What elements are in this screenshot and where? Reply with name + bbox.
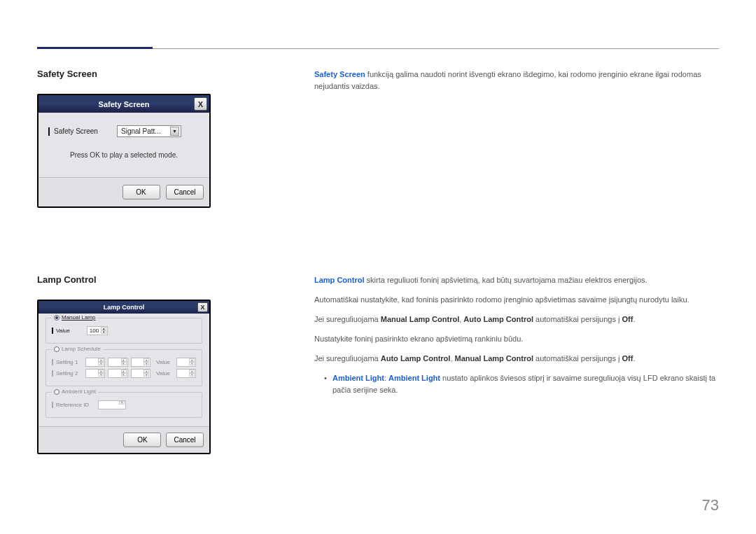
ok-button[interactable]: OK (122, 185, 160, 199)
setting2-ampm[interactable]: ▴▾ (131, 369, 150, 378)
header-accent-rule (37, 47, 153, 49)
safety-dialog-body: Safety Screen Signal Patt... ▼ Press OK … (38, 113, 209, 177)
ambient-light-label: Ambient Light (62, 388, 96, 395)
setting1-hour[interactable]: ▴▾ (85, 358, 105, 367)
row-marker-icon (52, 328, 53, 334)
setting1-min[interactable]: ▴▾ (108, 358, 127, 367)
chevron-down-icon: ▼ (170, 127, 179, 136)
setting1-value-label: Value (156, 359, 174, 365)
radio-icon (54, 346, 59, 352)
lamp-desc-list: Ambient Light: Ambient Light nustato apl… (324, 372, 719, 396)
safety-description: Safety Screen funkciją galima naudoti no… (314, 69, 719, 208)
close-button[interactable]: X (194, 97, 207, 111)
setting2-row: Setting 2 ▴▾ ▴▾ ▴▾ Value ▴▾ (52, 369, 196, 378)
setting2-label: Setting 2 (56, 370, 83, 377)
lamp-desc-p4: Nustatykite foninį pasirinkto ekrano apš… (314, 333, 719, 345)
page-content: Safety Screen Safety Screen X Safety Scr… (37, 69, 719, 521)
lamp-dialog-buttons: OK Cancel (38, 426, 209, 453)
manual-lamp-group: Manual Lamp Value 100 ▴▾ (46, 318, 202, 344)
value-row: Value 100 ▴▾ (52, 326, 196, 335)
value-spinner[interactable]: 100 ▴▾ (87, 326, 108, 335)
value-num: 100 (88, 328, 101, 334)
lamp-description: Lamp Control skirta reguliuoti foninį ap… (314, 274, 719, 454)
lamp-desc-p1: Lamp Control skirta reguliuoti foninį ap… (314, 274, 719, 286)
reference-id-label: Reference ID (56, 402, 95, 408)
safety-title: Safety Screen (37, 69, 211, 79)
ambient-light-item: Ambient Light: Ambient Light nustato apl… (324, 372, 719, 396)
lamp-left-col: Lamp Control Lamp Control X Manual Lamp (37, 274, 211, 454)
select-value: Signal Patt... (121, 127, 161, 135)
lamp-dialog-body: Manual Lamp Value 100 ▴▾ (38, 314, 209, 426)
row-marker-icon (48, 127, 50, 136)
ambient-light-group: Ambient Light Reference ID ▾ (46, 392, 202, 418)
setting2-min[interactable]: ▴▾ (108, 369, 127, 378)
safety-hint: Press OK to play a selected mode. (48, 151, 200, 159)
safety-desc-hl: Safety Screen (314, 70, 365, 78)
reference-id-select[interactable]: ▾ (98, 400, 126, 409)
setting2-value-label: Value (156, 370, 174, 377)
safety-screen-section: Safety Screen Safety Screen X Safety Scr… (37, 69, 719, 208)
safety-row-label: Safety Screen (54, 127, 117, 135)
row-marker-icon (52, 359, 53, 365)
cancel-button[interactable]: Cancel (166, 185, 204, 199)
lamp-desc-p3: Jei sureguliuojama Manual Lamp Control, … (314, 314, 719, 325)
setting2-hour[interactable]: ▴▾ (85, 369, 105, 378)
lamp-control-dialog: Lamp Control X Manual Lamp Value (37, 300, 211, 454)
lamp-dialog-title: Lamp Control (104, 304, 145, 311)
safety-dialog-title: Safety Screen (99, 100, 150, 108)
reference-id-row: Reference ID ▾ (52, 400, 196, 409)
safety-left-col: Safety Screen Safety Screen X Safety Scr… (37, 69, 211, 208)
setting2-value[interactable]: ▴▾ (176, 369, 196, 378)
setting1-row: Setting 1 ▴▾ ▴▾ ▴▾ Value ▴▾ (52, 358, 196, 367)
radio-icon (54, 315, 59, 321)
lamp-desc-p2: Automatiškai nustatykite, kad foninis pa… (314, 294, 719, 306)
safety-dialog-titlebar: Safety Screen X (38, 95, 209, 113)
setting1-ampm[interactable]: ▴▾ (131, 358, 150, 367)
ambient-light-radio[interactable]: Ambient Light (52, 388, 98, 395)
manual-lamp-radio[interactable]: Manual Lamp (52, 314, 97, 321)
manual-lamp-label: Manual Lamp (62, 314, 95, 321)
setting1-value[interactable]: ▴▾ (176, 358, 196, 367)
safety-screen-dialog: Safety Screen X Safety Screen Signal Pat… (37, 94, 211, 208)
lamp-desc-p5: Jei sureguliuojama Auto Lamp Control, Ma… (314, 353, 719, 365)
lamp-schedule-group: Lamp Schedule Setting 1 ▴▾ ▴▾ ▴▾ Value ▴… (46, 349, 202, 386)
safety-dialog-buttons: OK Cancel (38, 177, 209, 206)
row-marker-icon (52, 370, 53, 377)
radio-icon (54, 389, 59, 395)
page-number: 73 (702, 496, 719, 514)
lamp-control-section: Lamp Control Lamp Control X Manual Lamp (37, 274, 719, 454)
signal-pattern-select[interactable]: Signal Patt... ▼ (117, 125, 181, 137)
value-label: Value (56, 328, 84, 334)
lamp-schedule-radio[interactable]: Lamp Schedule (52, 346, 103, 352)
lamp-title: Lamp Control (37, 274, 211, 285)
ok-button[interactable]: OK (123, 433, 161, 447)
close-button[interactable]: X (197, 302, 208, 312)
lamp-dialog-titlebar: Lamp Control X (38, 301, 209, 314)
spinner-arrows-icon: ▴▾ (101, 327, 106, 335)
close-icon: X (198, 100, 203, 108)
safety-screen-row: Safety Screen Signal Patt... ▼ (48, 125, 200, 137)
lamp-schedule-label: Lamp Schedule (62, 346, 101, 352)
row-marker-icon (52, 402, 53, 408)
cancel-button[interactable]: Cancel (166, 433, 204, 447)
close-icon: X (200, 304, 204, 311)
setting1-label: Setting 1 (56, 359, 83, 365)
safety-desc-p1: Safety Screen funkciją galima naudoti no… (314, 69, 719, 92)
